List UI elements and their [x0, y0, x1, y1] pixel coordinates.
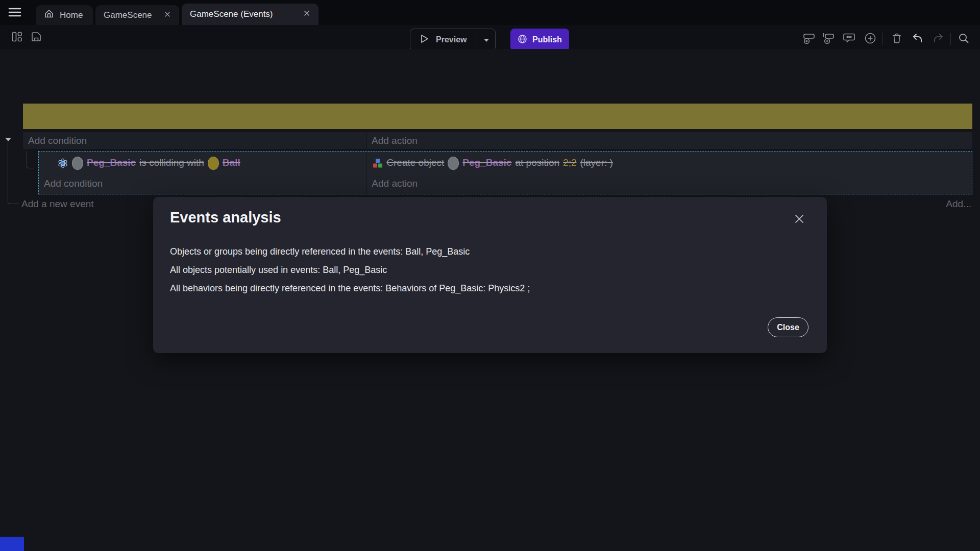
- analysis-line-objects-used: All objects potentially used in events: …: [170, 265, 387, 276]
- close-icon: [794, 213, 805, 226]
- action-layer-suffix: (layer: ): [580, 157, 612, 168]
- analysis-line-objects-referenced: Objects or groups being directly referen…: [170, 246, 470, 257]
- tab-label: GameScene: [104, 10, 152, 20]
- preview-button[interactable]: Preview: [410, 29, 477, 51]
- add-condition-link[interactable]: Add condition: [39, 174, 366, 193]
- condition-other-object-name: Ball: [223, 157, 240, 168]
- event-conditions-column: Add condition: [23, 132, 366, 149]
- undo-button[interactable]: [910, 31, 925, 46]
- redo-button[interactable]: [930, 31, 946, 46]
- tab-label: GameScene (Events): [190, 9, 273, 19]
- undo-icon: [911, 32, 924, 46]
- collision-condition-row[interactable]: Peg_Basicis colliding withBall: [39, 152, 366, 174]
- home-icon: [44, 9, 54, 21]
- sub-event-conditions-column: Peg_Basicis colliding withBall Add condi…: [39, 152, 366, 194]
- object-thumbnail-ball-icon: [208, 157, 219, 170]
- add-action-link[interactable]: Add action: [366, 132, 972, 149]
- add-more-link[interactable]: Add...: [946, 198, 971, 210]
- delete-button[interactable]: [889, 31, 904, 46]
- publish-label: Publish: [532, 35, 562, 44]
- action-verb: Create object: [386, 157, 444, 168]
- add-comment-icon: [843, 32, 855, 46]
- save-button[interactable]: [29, 30, 44, 45]
- toolbar-separator: [883, 33, 883, 45]
- preview-split-button: Preview: [410, 29, 496, 51]
- action-coordinates: 2;2: [563, 157, 576, 168]
- comment-event[interactable]: [23, 104, 972, 129]
- events-analysis-dialog: Events analysis Objects or groups being …: [153, 197, 827, 353]
- tab-home[interactable]: Home: [36, 5, 93, 25]
- redo-icon: [932, 32, 945, 46]
- editor-panels-icon: [11, 31, 23, 44]
- close-button[interactable]: Close: [768, 317, 808, 337]
- add-circle-icon: [864, 32, 877, 46]
- trash-icon: [891, 32, 903, 46]
- hamburger-menu-icon: [8, 7, 21, 19]
- sub-event-actions-column: Create objectPeg_Basicat position2;2(lay…: [366, 152, 972, 194]
- add-new-event-link[interactable]: Add a new event: [21, 198, 94, 210]
- add-comment-button[interactable]: [841, 31, 856, 46]
- play-icon: [419, 33, 430, 46]
- add-sub-event-icon: [822, 32, 835, 46]
- choose-add-event-button[interactable]: [863, 31, 878, 46]
- tab-label: Home: [60, 10, 83, 20]
- tab-gamescene-events[interactable]: GameScene (Events): [182, 4, 318, 25]
- preview-options-button[interactable]: [477, 29, 495, 51]
- analysis-line-behaviors: All behaviors being directly referenced …: [170, 283, 530, 294]
- hamburger-menu-button[interactable]: [5, 5, 24, 21]
- close-icon[interactable]: [164, 10, 171, 20]
- toolbar-separator: [950, 33, 951, 45]
- create-object-action-row[interactable]: Create objectPeg_Basicat position2;2(lay…: [366, 152, 972, 174]
- create-object-icon: [373, 157, 383, 168]
- editor-panels-button[interactable]: [9, 30, 24, 45]
- add-condition-link[interactable]: Add condition: [23, 132, 366, 149]
- tab-gamescene[interactable]: GameScene: [95, 5, 179, 25]
- object-thumbnail-peg-icon: [72, 157, 83, 170]
- object-thumbnail-peg-icon: [448, 157, 459, 170]
- close-icon[interactable]: [303, 9, 310, 19]
- dialog-title: Events analysis: [170, 209, 281, 226]
- tab-bar: Home GameScene GameScene (Events): [0, 0, 980, 25]
- publish-button[interactable]: Publish: [510, 29, 569, 51]
- condition-text: is colliding with: [139, 157, 204, 168]
- dialog-close-x-button[interactable]: [790, 210, 808, 229]
- action-text: at position: [515, 157, 559, 168]
- event-actions-column: Add action: [366, 132, 972, 149]
- add-new-event-icon: [802, 32, 816, 46]
- preview-label: Preview: [436, 35, 467, 44]
- collision-condition-icon: [57, 157, 68, 168]
- condition-object-name: Peg_Basic: [87, 157, 136, 168]
- save-icon: [30, 31, 42, 44]
- globe-icon: [518, 34, 527, 46]
- bottom-left-indicator: [0, 537, 24, 551]
- tree-connector: [8, 142, 19, 204]
- search-button[interactable]: [956, 31, 971, 46]
- add-sub-event-button[interactable]: [821, 31, 836, 46]
- action-object-name: Peg_Basic: [462, 157, 511, 168]
- selected-sub-event[interactable]: Peg_Basicis colliding withBall Add condi…: [38, 151, 972, 194]
- add-new-event-button[interactable]: [801, 31, 817, 46]
- tree-connector: [27, 151, 34, 168]
- chevron-down-icon: [483, 36, 489, 44]
- add-action-link[interactable]: Add action: [366, 174, 972, 193]
- search-icon: [958, 32, 970, 46]
